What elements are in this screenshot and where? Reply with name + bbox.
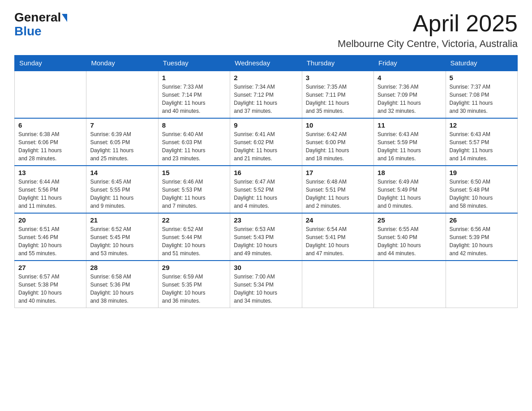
day-number: 6: [18, 121, 82, 129]
calendar-day-cell: 14Sunrise: 6:45 AM Sunset: 5:55 PM Dayli…: [86, 166, 158, 213]
day-info: Sunrise: 6:49 AM Sunset: 5:49 PM Dayligh…: [378, 178, 442, 210]
calendar-day-cell: 25Sunrise: 6:55 AM Sunset: 5:40 PM Dayli…: [374, 213, 446, 261]
day-info: Sunrise: 6:52 AM Sunset: 5:44 PM Dayligh…: [162, 225, 226, 257]
month-title: April 2025: [338, 11, 518, 36]
day-info: Sunrise: 6:43 AM Sunset: 5:57 PM Dayligh…: [450, 130, 514, 163]
calendar-day-cell: 11Sunrise: 6:43 AM Sunset: 5:59 PM Dayli…: [374, 118, 446, 166]
calendar-day-cell: 4Sunrise: 7:36 AM Sunset: 7:09 PM Daylig…: [374, 71, 446, 118]
calendar-day-cell: 1Sunrise: 7:33 AM Sunset: 7:14 PM Daylig…: [158, 71, 230, 118]
days-of-week-row: SundayMondayTuesdayWednesdayThursdayFrid…: [15, 56, 518, 71]
day-number: 11: [378, 121, 442, 129]
calendar-day-cell: 30Sunrise: 7:00 AM Sunset: 5:34 PM Dayli…: [230, 261, 302, 308]
day-info: Sunrise: 6:55 AM Sunset: 5:40 PM Dayligh…: [378, 225, 442, 257]
day-info: Sunrise: 7:00 AM Sunset: 5:34 PM Dayligh…: [234, 273, 298, 305]
calendar-header: SundayMondayTuesdayWednesdayThursdayFrid…: [15, 56, 518, 71]
day-info: Sunrise: 6:41 AM Sunset: 6:02 PM Dayligh…: [234, 130, 298, 163]
calendar-day-cell: [86, 71, 158, 118]
calendar-day-cell: 9Sunrise: 6:41 AM Sunset: 6:02 PM Daylig…: [230, 118, 302, 166]
calendar-week-row: 1Sunrise: 7:33 AM Sunset: 7:14 PM Daylig…: [15, 71, 518, 118]
calendar-day-cell: 26Sunrise: 6:56 AM Sunset: 5:39 PM Dayli…: [446, 213, 517, 261]
calendar-day-cell: 5Sunrise: 7:37 AM Sunset: 7:08 PM Daylig…: [446, 71, 517, 118]
calendar-day-cell: 19Sunrise: 6:50 AM Sunset: 5:48 PM Dayli…: [446, 166, 517, 213]
calendar-day-cell: [446, 261, 517, 308]
day-info: Sunrise: 6:43 AM Sunset: 5:59 PM Dayligh…: [378, 130, 442, 163]
day-of-week-header: Sunday: [15, 56, 86, 71]
day-info: Sunrise: 6:52 AM Sunset: 5:45 PM Dayligh…: [90, 225, 154, 257]
calendar-day-cell: 18Sunrise: 6:49 AM Sunset: 5:49 PM Dayli…: [374, 166, 446, 213]
day-number: 22: [162, 216, 226, 224]
day-number: 18: [378, 169, 442, 176]
day-number: 20: [18, 216, 82, 224]
day-number: 9: [234, 121, 298, 129]
day-number: 16: [234, 169, 298, 176]
day-info: Sunrise: 6:53 AM Sunset: 5:43 PM Dayligh…: [234, 225, 298, 257]
day-number: 10: [306, 121, 370, 129]
day-of-week-header: Saturday: [446, 56, 517, 71]
day-info: Sunrise: 7:35 AM Sunset: 7:11 PM Dayligh…: [306, 83, 370, 115]
logo-blue-text: Blue: [14, 25, 67, 39]
day-number: 23: [234, 216, 298, 224]
day-info: Sunrise: 6:51 AM Sunset: 5:46 PM Dayligh…: [18, 225, 82, 257]
day-number: 7: [90, 121, 154, 129]
calendar-day-cell: 20Sunrise: 6:51 AM Sunset: 5:46 PM Dayli…: [15, 213, 86, 261]
day-number: 30: [234, 264, 298, 271]
calendar-day-cell: 7Sunrise: 6:39 AM Sunset: 6:05 PM Daylig…: [86, 118, 158, 166]
day-number: 17: [306, 169, 370, 176]
calendar-day-cell: 8Sunrise: 6:40 AM Sunset: 6:03 PM Daylig…: [158, 118, 230, 166]
calendar-day-cell: 22Sunrise: 6:52 AM Sunset: 5:44 PM Dayli…: [158, 213, 230, 261]
calendar-day-cell: [302, 261, 373, 308]
day-number: 26: [450, 216, 514, 224]
day-info: Sunrise: 6:39 AM Sunset: 6:05 PM Dayligh…: [90, 130, 154, 163]
logo-general-text: General: [14, 11, 61, 25]
day-info: Sunrise: 6:48 AM Sunset: 5:51 PM Dayligh…: [306, 178, 370, 210]
day-number: 3: [306, 74, 370, 81]
day-number: 1: [162, 74, 226, 81]
location-title: Melbourne City Centre, Victoria, Austral…: [338, 38, 518, 50]
day-number: 12: [450, 121, 514, 129]
day-info: Sunrise: 6:42 AM Sunset: 6:00 PM Dayligh…: [306, 130, 370, 163]
calendar-day-cell: 13Sunrise: 6:44 AM Sunset: 5:56 PM Dayli…: [15, 166, 86, 213]
title-block: April 2025 Melbourne City Centre, Victor…: [338, 11, 518, 50]
calendar-day-cell: 21Sunrise: 6:52 AM Sunset: 5:45 PM Dayli…: [86, 213, 158, 261]
day-info: Sunrise: 6:44 AM Sunset: 5:56 PM Dayligh…: [18, 178, 82, 210]
day-number: 25: [378, 216, 442, 224]
day-number: 19: [450, 169, 514, 176]
day-info: Sunrise: 6:57 AM Sunset: 5:38 PM Dayligh…: [18, 273, 82, 305]
calendar-week-row: 20Sunrise: 6:51 AM Sunset: 5:46 PM Dayli…: [15, 213, 518, 261]
day-info: Sunrise: 6:47 AM Sunset: 5:52 PM Dayligh…: [234, 178, 298, 210]
calendar-day-cell: [15, 71, 86, 118]
calendar-day-cell: 10Sunrise: 6:42 AM Sunset: 6:00 PM Dayli…: [302, 118, 373, 166]
calendar-body: 1Sunrise: 7:33 AM Sunset: 7:14 PM Daylig…: [15, 71, 518, 308]
day-info: Sunrise: 7:37 AM Sunset: 7:08 PM Dayligh…: [450, 83, 514, 115]
day-info: Sunrise: 7:36 AM Sunset: 7:09 PM Dayligh…: [378, 83, 442, 115]
day-number: 2: [234, 74, 298, 81]
day-of-week-header: Wednesday: [230, 56, 302, 71]
calendar-day-cell: [374, 261, 446, 308]
day-info: Sunrise: 6:38 AM Sunset: 6:06 PM Dayligh…: [18, 130, 82, 163]
day-number: 28: [90, 264, 154, 271]
day-info: Sunrise: 6:59 AM Sunset: 5:35 PM Dayligh…: [162, 273, 226, 305]
calendar-day-cell: 23Sunrise: 6:53 AM Sunset: 5:43 PM Dayli…: [230, 213, 302, 261]
calendar-day-cell: 27Sunrise: 6:57 AM Sunset: 5:38 PM Dayli…: [15, 261, 86, 308]
day-info: Sunrise: 6:56 AM Sunset: 5:39 PM Dayligh…: [450, 225, 514, 257]
day-number: 29: [162, 264, 226, 271]
day-info: Sunrise: 6:45 AM Sunset: 5:55 PM Dayligh…: [90, 178, 154, 210]
calendar-day-cell: 24Sunrise: 6:54 AM Sunset: 5:41 PM Dayli…: [302, 213, 373, 261]
day-info: Sunrise: 6:40 AM Sunset: 6:03 PM Dayligh…: [162, 130, 226, 163]
day-number: 14: [90, 169, 154, 176]
calendar-day-cell: 29Sunrise: 6:59 AM Sunset: 5:35 PM Dayli…: [158, 261, 230, 308]
calendar-day-cell: 28Sunrise: 6:58 AM Sunset: 5:36 PM Dayli…: [86, 261, 158, 308]
day-of-week-header: Tuesday: [158, 56, 230, 71]
day-info: Sunrise: 6:46 AM Sunset: 5:53 PM Dayligh…: [162, 178, 226, 210]
calendar-day-cell: 15Sunrise: 6:46 AM Sunset: 5:53 PM Dayli…: [158, 166, 230, 213]
day-of-week-header: Monday: [86, 56, 158, 71]
day-of-week-header: Thursday: [302, 56, 373, 71]
calendar-day-cell: 2Sunrise: 7:34 AM Sunset: 7:12 PM Daylig…: [230, 71, 302, 118]
calendar-week-row: 6Sunrise: 6:38 AM Sunset: 6:06 PM Daylig…: [15, 118, 518, 166]
calendar-table: SundayMondayTuesdayWednesdayThursdayFrid…: [14, 55, 518, 308]
logo: General Blue: [14, 11, 67, 39]
day-of-week-header: Friday: [374, 56, 446, 71]
day-number: 5: [450, 74, 514, 81]
day-info: Sunrise: 6:50 AM Sunset: 5:48 PM Dayligh…: [450, 178, 514, 210]
day-info: Sunrise: 7:34 AM Sunset: 7:12 PM Dayligh…: [234, 83, 298, 115]
